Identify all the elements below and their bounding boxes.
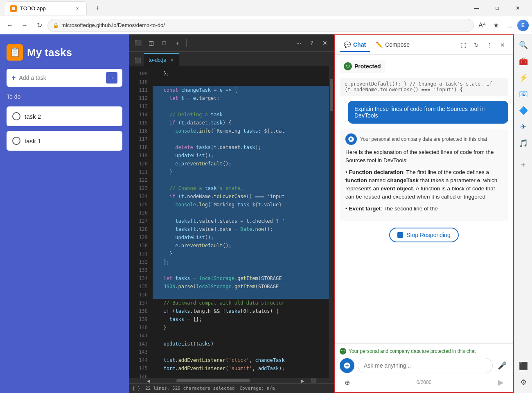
chat-panel: 💬 Chat ✏️ Compose ⬚ ↻ ⋮ ✕ 🛡 Protected (334, 34, 514, 393)
ai-avatar (345, 133, 357, 145)
devtools-tab-todo-js[interactable]: to-do.js ✕ (144, 53, 179, 66)
address-bar[interactable]: 🔒 microsoftedge.github.io/Demos/demo-to-… (47, 19, 474, 32)
devtools-inspect-btn[interactable]: ⬛ (132, 37, 144, 49)
sidebar-purple-btn[interactable]: 🔷 (516, 103, 531, 118)
coverage-text: Coverage: n/a (239, 386, 275, 391)
refresh-button[interactable]: ↻ (33, 19, 46, 32)
tab-label: to-do.js (149, 57, 166, 63)
chat-input-row: 🎤 (340, 358, 508, 373)
toolbar-right: Aᴬ ★ ... E (476, 19, 529, 32)
footer-shield-icon: 🛡 (340, 348, 346, 355)
favorites-button[interactable]: ★ (489, 19, 503, 32)
line-numbers: 1091101111121131141151161171181191201211… (132, 66, 153, 378)
tab-close-x[interactable]: ✕ (170, 57, 174, 63)
close-button[interactable]: ✕ (508, 2, 527, 15)
devtools-dock-btn[interactable]: □ (158, 37, 170, 49)
chat-tab-label: Chat (353, 41, 366, 48)
copilot-icon (348, 136, 354, 142)
todo-header: 📋 My tasks (7, 41, 122, 64)
sidebar-extensions-btn[interactable]: 🧰 (516, 54, 531, 69)
scroll-left-arrow[interactable]: ◀ (145, 378, 152, 383)
browser-toolbar: ← → ↻ 🔒 microsoftedge.github.io/Demos/de… (0, 16, 532, 34)
new-chat-btn[interactable] (340, 358, 354, 373)
add-task-submit-btn[interactable]: → (106, 72, 117, 84)
todo-panel: 📋 My tasks + → To do task 2 task 1 (0, 34, 129, 393)
sidebar-send-btn[interactable]: ✈ (516, 120, 531, 134)
chat-more-btn[interactable]: ⋮ (484, 39, 495, 51)
sidebar-outlook-btn[interactable]: 📧 (516, 87, 531, 102)
chat-input-field[interactable] (358, 358, 493, 373)
tab-close-btn[interactable]: × (73, 5, 81, 13)
maximize-button[interactable]: □ (488, 2, 507, 15)
scroll-right-arrow[interactable]: ▶ (300, 378, 306, 383)
todo-item-1[interactable]: task 2 (7, 106, 122, 126)
open-in-sidebar-btn[interactable]: ⬚ (458, 39, 469, 51)
todo-item-label-1: task 2 (25, 113, 41, 120)
protected-text: Protected (354, 63, 381, 70)
send-btn[interactable]: ▶ (495, 377, 507, 388)
chat-footer: 🛡 Your personal and company data are pro… (335, 343, 513, 392)
chat-header: 💬 Chat ✏️ Compose ⬚ ↻ ⋮ ✕ (335, 35, 513, 55)
devtools-sidebar-toggle[interactable]: ⬛ (132, 54, 144, 66)
char-count: 0/2000 (417, 379, 432, 385)
window-controls: — □ ✕ (467, 2, 527, 15)
compose-tab-icon: ✏️ (376, 41, 383, 48)
bullet1-title: Function declaration (349, 169, 403, 175)
todo-item-label-2: task 1 (25, 138, 41, 145)
tab-title: TODO app (20, 5, 70, 11)
sidebar-divider (518, 154, 528, 154)
compose-tab[interactable]: ✏️ Compose (372, 38, 414, 52)
back-button[interactable]: ← (3, 19, 16, 32)
sidebar-add-btn[interactable]: + (516, 158, 531, 172)
todo-item-2[interactable]: task 1 (7, 131, 122, 151)
active-tab[interactable]: 📋 TODO app × (5, 1, 87, 15)
new-tab-button[interactable]: + (92, 2, 103, 14)
tab-favicon: 📋 (10, 5, 17, 12)
sidebar-layout-btn[interactable]: ⬛ (516, 359, 531, 373)
sidebar-settings-btn[interactable]: ⚙ (516, 375, 531, 390)
screenshot-capture-btn[interactable]: ⊕ (341, 377, 353, 388)
h-scrollbar-thumb (176, 379, 250, 382)
vertical-scrollbar[interactable] (329, 66, 334, 378)
sidebar-search-btn[interactable]: 🔍 (516, 38, 531, 52)
ai-response-container: Your personal and company data are prote… (340, 129, 508, 221)
minimize-button[interactable]: — (467, 2, 486, 15)
devtools-responsive-btn[interactable]: ◫ (145, 37, 157, 49)
refresh-chat-btn[interactable]: ↻ (471, 39, 482, 51)
chat-tab[interactable]: 💬 Chat (340, 38, 370, 52)
profile-button[interactable]: E (517, 20, 529, 31)
ai-protected-note: Your personal and company data are prote… (360, 136, 487, 143)
chat-body: 🛡 Protected e.preventDefault(); } // Cha… (335, 55, 513, 343)
protected-shield-icon: 🛡 (344, 62, 352, 70)
mic-btn[interactable]: 🎤 (496, 359, 508, 372)
add-task-bar[interactable]: + → (7, 69, 122, 87)
code-content[interactable]: }; const changeTask = e => { let t = e.t… (153, 66, 329, 378)
stop-responding-btn[interactable]: Stop Responding (389, 228, 458, 242)
devtools-more-btn[interactable]: ··· (293, 37, 304, 49)
devtools-status-bar: { } 22 lines, 529 characters selected Co… (129, 383, 334, 393)
chat-close-btn[interactable]: ✕ (497, 39, 508, 51)
devtools-panel: ⬛ ◫ □ + ··· ? ✕ ⬛ to-do.js ✕ 109110 (129, 34, 334, 393)
add-task-input[interactable] (19, 75, 103, 81)
devtools-close-btn[interactable]: ✕ (319, 37, 331, 49)
devtools-tabs: ⬛ to-do.js ✕ (129, 52, 334, 66)
todo-checkbox-1[interactable] (12, 112, 20, 120)
sidebar-spotify-btn[interactable]: 🎵 (516, 136, 531, 151)
title-bar: 📋 TODO app × + — □ ✕ (0, 0, 532, 16)
address-text: microsoftedge.github.io/Demos/demo-to-do… (61, 22, 469, 28)
compose-tab-label: Compose (385, 41, 410, 48)
todo-checkbox-2[interactable] (12, 137, 20, 145)
devtools-add-btn[interactable]: + (171, 37, 183, 49)
sidebar-copilot-btn[interactable]: ⚡ (516, 70, 531, 85)
forward-button[interactable]: → (18, 19, 31, 32)
curly-braces: { } (132, 386, 140, 391)
lock-icon: 🔒 (53, 23, 59, 28)
protected-badge: 🛡 Protected (340, 60, 385, 73)
devtools-help-btn[interactable]: ? (306, 37, 318, 49)
new-chat-icon (343, 362, 351, 369)
more-button[interactable]: ... (503, 19, 516, 32)
browser-window: 📋 TODO app × + — □ ✕ ← → ↻ 🔒 microsofted… (0, 0, 532, 393)
horizontal-scrollbar[interactable]: ◀ ▶ ⬛ (129, 378, 334, 383)
reading-mode-button[interactable]: Aᴬ (476, 19, 489, 32)
browser-sidebar: 🔍 🧰 ⚡ 📧 🔷 ✈ 🎵 + ⬛ ⚙ (514, 34, 532, 393)
